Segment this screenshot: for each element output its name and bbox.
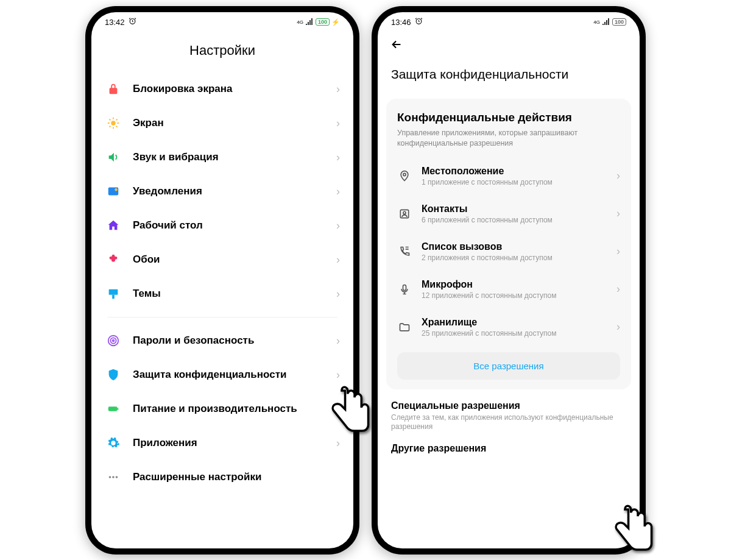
svg-point-12 <box>112 476 115 478</box>
charging-icon: ⚡ <box>331 18 340 26</box>
row-label: Звук и вибрация <box>133 151 336 163</box>
row-label: Обои <box>133 253 336 266</box>
perm-microphone[interactable]: Микрофон 12 приложений с постоянным дост… <box>397 271 620 308</box>
row-notifications[interactable]: Уведомления › <box>96 174 348 208</box>
row-privacy[interactable]: Защита конфиденциальности › <box>96 358 348 392</box>
flower-icon <box>105 252 122 267</box>
microphone-icon <box>397 282 412 297</box>
phone-left: 13:42 4G 100 ⚡ Настройки Блокировка <box>85 6 359 555</box>
location-icon <box>397 169 412 183</box>
page-title: Настройки <box>91 32 353 72</box>
row-apps[interactable]: Приложения › <box>96 426 348 460</box>
svg-point-13 <box>116 476 118 478</box>
perm-calllog[interactable]: Список вызовов 2 приложения с постоянным… <box>397 233 620 271</box>
row-battery[interactable]: Питание и производительность › <box>96 392 348 426</box>
row-label: Пароли и безопасность <box>133 334 336 347</box>
notifications-icon <box>105 184 122 199</box>
row-advanced[interactable]: Расширенные настройки <box>96 460 348 484</box>
page-title: Защита конфиденциальности <box>378 55 640 99</box>
other-permissions-title: Другие разрешения <box>378 432 640 454</box>
signal-icon <box>305 18 314 26</box>
svg-rect-5 <box>112 295 115 299</box>
chevron-right-icon: › <box>336 219 340 232</box>
row-label: Темы <box>133 287 336 300</box>
svg-point-6 <box>108 336 119 346</box>
chevron-right-icon: › <box>616 245 620 258</box>
folder-icon <box>397 320 412 335</box>
battery-icon <box>105 402 122 416</box>
row-label: Расширенные настройки <box>133 470 340 483</box>
row-home[interactable]: Рабочий стол › <box>96 208 348 243</box>
svg-point-3 <box>115 188 118 191</box>
svg-point-1 <box>111 121 115 125</box>
alarm-icon <box>129 17 136 27</box>
card-subtitle: Управление приложениями, которые запраши… <box>397 128 620 149</box>
privacy-card: Конфиденциальные действия Управление при… <box>386 99 631 389</box>
perm-sub: 25 приложений с постоянным доступом <box>422 329 616 338</box>
screen-left: 13:42 4G 100 ⚡ Настройки Блокировка <box>91 12 353 548</box>
svg-rect-9 <box>108 406 118 411</box>
perm-label: Местоположение <box>422 166 616 177</box>
back-button[interactable] <box>390 38 403 55</box>
special-permissions-row[interactable]: Специальные разрешения Следите за тем, к… <box>378 400 640 432</box>
chevron-right-icon: › <box>616 321 620 333</box>
chevron-right-icon: › <box>336 185 340 198</box>
status-time: 13:42 <box>105 18 125 27</box>
gear-icon <box>105 436 122 450</box>
battery-indicator: 100 <box>612 18 626 26</box>
network-label: 4G <box>297 19 303 25</box>
row-label: Экран <box>133 116 336 129</box>
perm-storage[interactable]: Хранилище 25 приложений с постоянным дос… <box>397 308 620 346</box>
special-title: Специальные разрешения <box>391 400 626 411</box>
status-bar: 13:46 4G 100 <box>378 12 640 32</box>
chevron-right-icon: › <box>616 169 620 182</box>
row-label: Питание и производительность <box>133 402 336 415</box>
brush-icon <box>105 286 122 301</box>
svg-point-8 <box>113 340 115 342</box>
chevron-right-icon: › <box>336 437 340 450</box>
svg-rect-18 <box>403 285 406 290</box>
row-lock-screen[interactable]: Блокировка экрана › <box>96 72 348 106</box>
battery-indicator: 100 <box>316 18 330 26</box>
home-icon <box>105 218 122 233</box>
svg-point-17 <box>403 211 406 214</box>
row-label: Приложения <box>133 436 336 449</box>
perm-sub: 1 приложение с постоянным доступом <box>422 178 616 186</box>
row-label: Блокировка экрана <box>133 82 336 95</box>
shield-icon <box>105 367 122 382</box>
chevron-right-icon: › <box>616 207 620 220</box>
svg-point-11 <box>109 476 111 478</box>
card-title: Конфиденциальные действия <box>397 111 620 124</box>
svg-rect-4 <box>109 289 118 295</box>
speaker-icon <box>105 150 122 165</box>
row-sound[interactable]: Звук и вибрация › <box>96 140 348 174</box>
perm-label: Микрофон <box>422 279 616 290</box>
chevron-right-icon: › <box>336 83 340 96</box>
all-permissions-button[interactable]: Все разрешения <box>397 352 620 380</box>
status-bar: 13:42 4G 100 ⚡ <box>91 12 353 32</box>
perm-location[interactable]: Местоположение 1 приложение с постоянным… <box>397 157 620 195</box>
contacts-icon <box>397 207 412 221</box>
row-label: Рабочий стол <box>133 219 336 232</box>
row-label: Защита конфиденциальности <box>133 368 336 381</box>
row-themes[interactable]: Темы › <box>96 277 348 311</box>
chevron-right-icon: › <box>336 117 340 130</box>
row-wallpaper[interactable]: Обои › <box>96 243 348 277</box>
chevron-right-icon: › <box>336 369 340 381</box>
phone-log-icon <box>397 244 412 259</box>
perm-label: Хранилище <box>422 317 616 328</box>
row-display[interactable]: Экран › <box>96 106 348 140</box>
perm-sub: 2 приложения с постоянным доступом <box>422 253 616 262</box>
perm-contacts[interactable]: Контакты 6 приложений с постоянным досту… <box>397 195 620 233</box>
row-label: Уведомления <box>133 185 336 197</box>
chevron-right-icon: › <box>336 151 340 164</box>
row-passwords[interactable]: Пароли и безопасность › <box>96 324 348 358</box>
settings-list: Блокировка экрана › Экран › Звук и вибра… <box>91 72 353 548</box>
perm-label: Список вызовов <box>422 241 616 252</box>
chevron-right-icon: › <box>336 253 340 266</box>
perm-sub: 6 приложений с постоянным доступом <box>422 216 616 224</box>
svg-point-15 <box>403 173 406 175</box>
fingerprint-icon <box>105 333 122 348</box>
svg-point-7 <box>110 338 116 343</box>
lock-icon <box>105 82 122 96</box>
